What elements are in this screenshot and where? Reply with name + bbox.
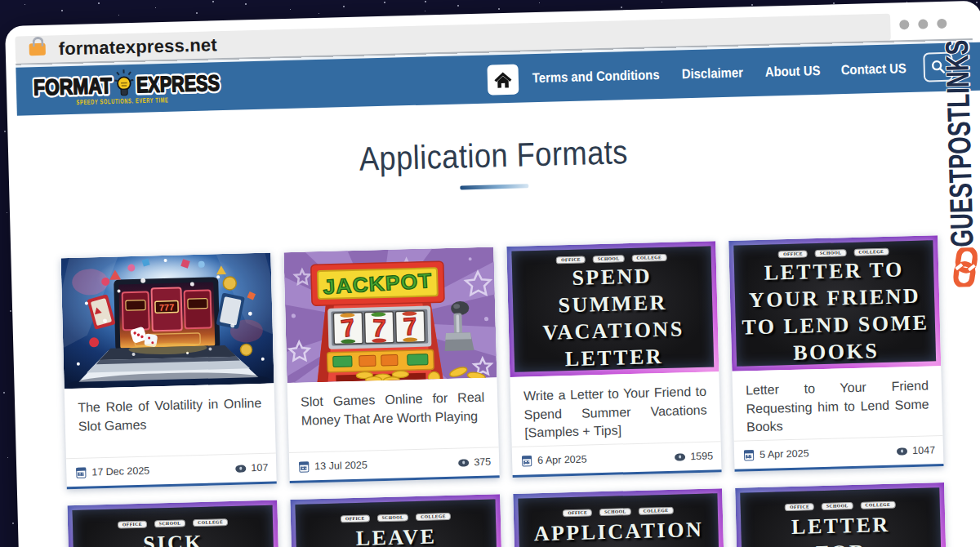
svg-text:FORMAT: FORMAT: [33, 73, 113, 100]
svg-text:7: 7: [403, 313, 418, 340]
svg-text:SPEEDY SOLUTIONS. EVERY TIME: SPEEDY SOLUTIONS. EVERY TIME: [76, 96, 168, 106]
svg-text:777: 777: [159, 302, 175, 312]
svg-text:EXPRESS: EXPRESS: [136, 71, 220, 98]
svg-text:7: 7: [372, 314, 386, 342]
